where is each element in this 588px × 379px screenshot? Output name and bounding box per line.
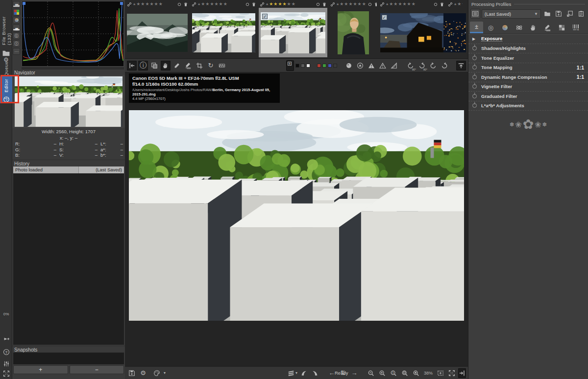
bg-white-swatch[interactable] [306,64,310,68]
tab-metadata[interactable]: META [569,22,583,33]
tool-graduated-filter[interactable]: Graduated Filter [468,92,588,101]
highlight-clip-warning-button[interactable] [367,61,376,71]
profile-list-button[interactable] [470,9,480,19]
add-snapshot-button[interactable]: + [13,365,68,374]
rating-star[interactable]: ★ [210,2,214,6]
channel-blue-swatch[interactable] [328,64,332,68]
filmstrip-thumbnail-2[interactable]: ★★★★★★★ [190,0,258,58]
history-list[interactable] [13,173,124,345]
filmstrip-thumbnail-5[interactable]: ★★★★★★★✓ [378,0,446,58]
rating-star[interactable]: ★ [348,2,352,6]
tool-vignette-filter[interactable]: Vignette Filter [468,82,588,92]
crop-tool-button[interactable] [195,61,204,71]
canvas-fullscreen-button[interactable] [447,368,457,378]
rating-star[interactable]: ★ [197,2,200,6]
selection-checkbox[interactable]: ✓ [382,15,387,20]
send-to-editor-button[interactable] [149,368,164,378]
shadow-clipping-button[interactable] [355,61,365,71]
rating-star[interactable]: ★ [136,2,140,6]
tab-exposure[interactable]: ± [470,22,483,33]
tool-power-toggle[interactable] [472,75,477,79]
tool-power-toggle[interactable] [472,46,477,50]
editor-canvas[interactable]: Canon EOS 5D Mark III + EF24-70mm f/2.8L… [125,72,468,366]
filmstrip-thumbnail-4[interactable]: ★★★★★★★ [328,0,378,58]
color-label-icon[interactable] [367,1,373,7]
trash-icon[interactable] [439,1,445,7]
before-after-view-button[interactable] [149,61,159,71]
zoom-out-button[interactable] [366,368,376,378]
histogram-rgb-button[interactable] [13,9,20,16]
rotate-right-90-button[interactable]: 90° [417,61,427,71]
rating-star[interactable]: ★ [215,2,219,6]
hand-tool-button[interactable] [161,61,171,71]
rating-star[interactable]: ★ [278,2,282,6]
tab-color[interactable] [498,22,512,33]
rating-star[interactable]: ★ [287,2,291,6]
rating-star[interactable]: ★ [412,2,416,6]
tab-transform[interactable] [541,22,554,33]
tab-editor-icon[interactable] [0,95,12,103]
rating-star[interactable]: ★ [362,2,366,6]
trash-icon[interactable] [251,1,257,7]
rating-star[interactable]: ★ [403,2,407,6]
main-photo[interactable] [129,110,464,321]
hide-left-panel-button[interactable] [127,61,137,71]
pan-vertical-button[interactable]: ⇅ [338,368,348,378]
save-image-button[interactable] [127,368,137,378]
flip-vertical-button[interactable] [440,61,449,71]
rating-star[interactable]: ★ [407,2,411,6]
copy-profile-button[interactable] [576,9,586,19]
rating-star[interactable]: ★ [273,2,277,6]
background-color-button[interactable]: B [286,60,294,71]
rating-star[interactable]: ★ [159,2,163,6]
tool-power-toggle[interactable] [472,65,477,70]
filmstrip-thumbnail-1[interactable]: ★★★★★★★ [125,0,190,58]
histogram-bar-mode-button[interactable]: ⋯ [13,48,20,55]
tool-tone-mapping[interactable]: Tone Mapping1:1 [468,63,588,73]
rating-star[interactable]: ★ [462,2,463,6]
load-profile-button[interactable] [542,9,552,19]
shadow-clip-warning-button[interactable] [378,61,388,71]
tab-raw[interactable] [555,22,568,33]
fullscreen-button[interactable] [0,369,12,378]
tool-tone-equalizer[interactable]: Tone Equalizer [468,53,588,63]
rating-star[interactable]: ★ [340,2,343,6]
paste-profile-button[interactable] [565,9,575,19]
rating-star[interactable]: ★ [389,2,393,6]
color-label-icon[interactable] [176,1,182,7]
rating-star[interactable]: ★ [454,2,457,6]
expand-arrow-icon[interactable]: ▶ [472,37,477,41]
bg-gray-swatch[interactable] [301,64,305,68]
rating-star[interactable]: ★ [145,2,149,6]
rating-star[interactable]: ★ [219,2,223,6]
tab-locallab[interactable] [527,22,540,33]
rotate-tool-button[interactable]: ↻ [206,61,216,71]
thumbnail-nav-button[interactable] [286,368,296,378]
tool-power-toggle[interactable] [472,56,477,60]
remove-snapshot-button[interactable]: − [70,365,124,374]
straighten-tool-button[interactable] [183,61,193,71]
new-editor-tab-button[interactable] [0,335,12,346]
filmstrip-thumbnail-3[interactable]: ★★★★★★★✓ [258,0,328,58]
queue-image-button[interactable]: ⚙ [138,368,148,378]
channel-red-swatch[interactable] [317,64,321,68]
rating-star[interactable]: ★ [393,2,397,6]
snapshots-list[interactable] [13,353,124,364]
histogram-raw-button[interactable]: ⓡ [13,40,20,47]
color-label-icon[interactable] [315,1,321,7]
profile-select[interactable]: (Last Saved) ▼ [482,9,541,19]
rating-star[interactable]: ★ [283,2,287,6]
histogram-colorwheel-button[interactable] [13,17,20,24]
tool-dynamic-range-compression[interactable]: Dynamic Range Compression1:1 [468,72,588,82]
new-crop-window-button[interactable] [436,368,445,378]
perspective-tool-button[interactable] [217,61,227,71]
tab-editor[interactable]: Editor [0,76,12,95]
selection-checkbox[interactable]: ✓ [262,14,268,19]
tool-power-toggle[interactable] [472,94,477,98]
rating-star[interactable]: ★ [457,2,461,6]
tool-power-toggle[interactable] [472,103,477,108]
rating-star[interactable]: ★ [150,2,154,6]
sharpening-mask-button[interactable] [344,61,354,71]
rating-star[interactable]: ★ [201,2,205,6]
toggle-right-panel-button[interactable] [458,368,466,378]
